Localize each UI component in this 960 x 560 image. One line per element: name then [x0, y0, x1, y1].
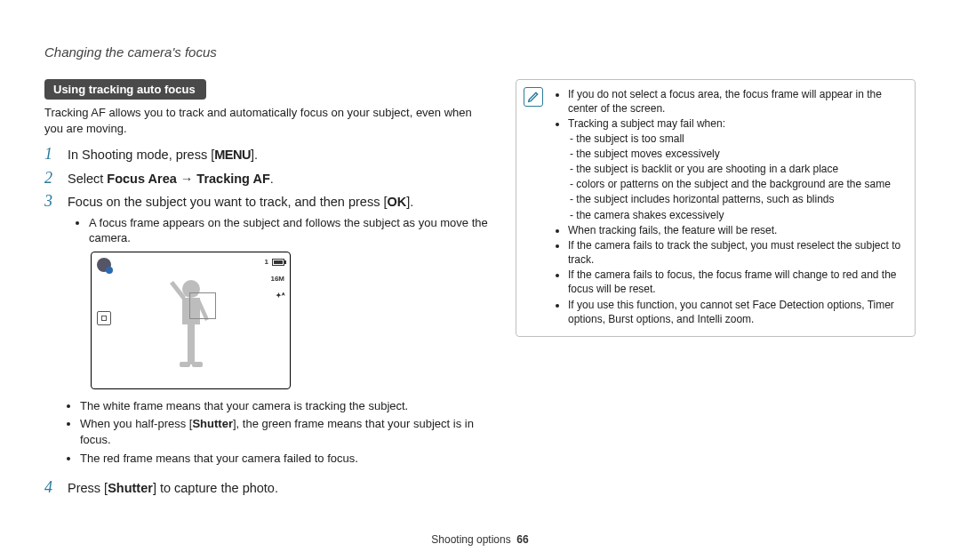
text: Tracking a subject may fail when:: [568, 117, 725, 130]
battery-icon: [272, 259, 284, 266]
note-list: If you do not select a focus area, the f…: [568, 87, 906, 326]
page-header: Changing the camera's focus: [44, 44, 916, 60]
step-text: Press [Shutter] to capture the photo.: [68, 478, 278, 498]
list-item: A focus frame appears on the subject and…: [89, 215, 489, 246]
list-item: If the camera fails to track the subject…: [568, 238, 906, 267]
step-number: 4: [44, 478, 59, 498]
text: When you half-press [: [80, 417, 192, 430]
shots-remaining: 1: [265, 258, 268, 268]
svg-rect-2: [192, 363, 203, 368]
left-column: Using tracking auto focus Tracking AF al…: [44, 79, 489, 501]
list-item: the subject is backlit or you are shooti…: [570, 162, 906, 176]
step-number: 2: [44, 169, 59, 188]
list-item: If you use this function, you cannot set…: [568, 298, 906, 326]
text: ].: [406, 195, 413, 209]
bold-text: Focus Area: [107, 172, 176, 186]
camera-screen-illustration: 1 16M ✦ᴬ: [91, 252, 291, 389]
focus-frame: [189, 292, 216, 319]
list-item: When tracking fails, the feature will be…: [568, 223, 906, 237]
list-item: colors or patterns on the subject and th…: [570, 177, 906, 191]
list-item: the camera shakes excessively: [570, 208, 906, 222]
text: Press [: [68, 481, 108, 495]
note-sublist: the subject is too small the subject mov…: [570, 132, 906, 222]
step-text: Focus on the subject you want to track, …: [68, 192, 489, 473]
list-item: the subject is too small: [570, 132, 906, 146]
resolution-indicator: 16M: [270, 275, 284, 284]
footer-section: Shooting options: [431, 533, 510, 546]
page-number: 66: [516, 533, 528, 546]
list-item: Tracking a subject may fail when: the su…: [568, 116, 906, 221]
list-item: The white frame means that your camera i…: [80, 398, 489, 414]
screen-right-indicators: 1 16M ✦ᴬ: [265, 258, 284, 300]
step-1: 1 In Shooting mode, press [MENU].: [44, 145, 489, 164]
text: In Shooting mode, press [: [68, 148, 214, 162]
step-text: Select Focus Area → Tracking AF.: [68, 169, 274, 188]
shots-and-battery: 1: [265, 258, 284, 268]
bold-text: Shutter: [108, 481, 153, 495]
section-heading-pill: Using tracking auto focus: [44, 79, 206, 100]
text: Select: [68, 172, 107, 186]
step-2: 2 Select Focus Area → Tracking AF.: [44, 169, 489, 188]
step-number: 3: [44, 192, 59, 212]
flash-indicator: ✦ᴬ: [276, 292, 284, 301]
list-item: the subject moves excessively: [570, 147, 906, 161]
step-text: In Shooting mode, press [MENU].: [68, 145, 258, 164]
text: .: [270, 172, 274, 186]
section-intro: Tracking AF allows you to track and auto…: [44, 105, 489, 136]
page-footer: Shooting options 66: [0, 533, 960, 546]
svg-rect-1: [180, 363, 190, 368]
content-columns: Using tracking auto focus Tracking AF al…: [44, 79, 916, 501]
bold-text: Tracking AF: [196, 172, 269, 186]
note-icon: [524, 87, 543, 107]
text: ].: [251, 148, 258, 162]
focus-area-icon: [97, 311, 111, 325]
step-4: 4 Press [Shutter] to capture the photo.: [44, 478, 489, 498]
ok-button-label: OK: [387, 195, 406, 209]
text: ] to capture the photo.: [153, 481, 278, 495]
list-item: If you do not select a focus area, the f…: [568, 87, 906, 116]
list-item: the subject includes horizontal patterns…: [570, 192, 906, 206]
mode-icon: [97, 258, 111, 272]
menu-button-label: MENU: [214, 148, 251, 162]
step-sub-bullets: A focus frame appears on the subject and…: [89, 215, 489, 246]
text: Focus on the subject you want to track, …: [68, 195, 387, 209]
right-column: If you do not select a focus area, the f…: [516, 79, 916, 501]
person-silhouette: [160, 274, 222, 376]
list-item: When you half-press [Shutter], the green…: [80, 416, 489, 448]
list-item: If the camera fails to focus, the focus …: [568, 268, 906, 296]
list-item: The red frame means that your camera fai…: [80, 451, 489, 467]
frame-color-notes: The white frame means that your camera i…: [80, 398, 489, 467]
step-number: 1: [44, 145, 59, 164]
step-list: 1 In Shooting mode, press [MENU]. 2 Sele…: [44, 145, 489, 497]
bold-text: Shutter: [192, 417, 233, 430]
arrow: →: [177, 172, 197, 186]
note-box: If you do not select a focus area, the f…: [516, 79, 916, 337]
step-3: 3 Focus on the subject you want to track…: [44, 192, 489, 473]
